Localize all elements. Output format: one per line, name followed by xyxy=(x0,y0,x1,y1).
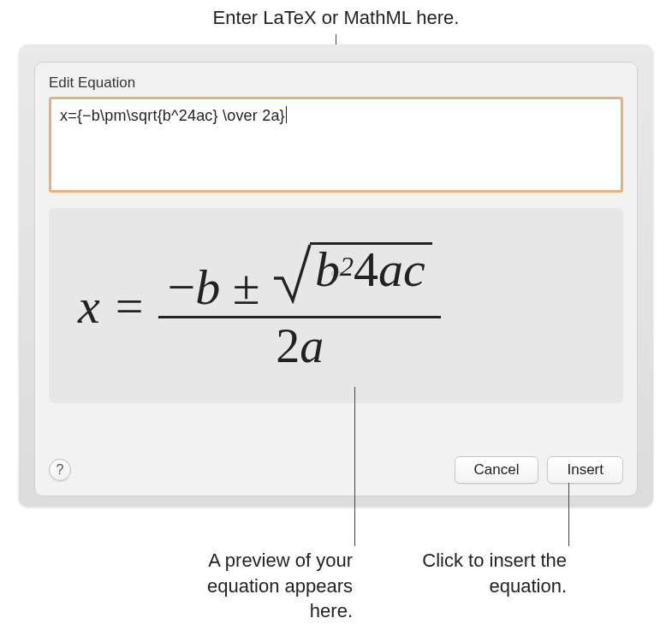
eq-sqrt: b24ac xyxy=(272,242,432,304)
callout-top: Enter LaTeX or MathML here. xyxy=(0,7,672,29)
eq-minus: − xyxy=(167,259,195,315)
dialog-window: Edit Equation x={−b\pm\sqrt{b^24ac} \ove… xyxy=(19,45,653,507)
eq-radicand: b24ac xyxy=(310,242,432,296)
eq-lhs: x xyxy=(78,277,100,335)
callout-line-bottom-left xyxy=(354,387,355,546)
eq-numerator: −b ± b24ac xyxy=(158,239,440,316)
dialog-title: Edit Equation xyxy=(49,74,623,92)
rendered-equation: x = −b ± b24ac xyxy=(78,239,441,373)
button-row: ? Cancel Insert xyxy=(49,456,623,484)
eq-dena: a xyxy=(300,319,324,372)
eq-denominator: 2a xyxy=(267,318,332,373)
eq-fraction: −b ± b24ac 2a xyxy=(158,239,440,373)
callout-line-bottom-right xyxy=(568,483,569,546)
eq-b: b xyxy=(195,259,220,315)
equation-input[interactable]: x={−b\pm\sqrt{b^24ac} \over 2a} xyxy=(49,97,623,193)
dialog-panel: Edit Equation x={−b\pm\sqrt{b^24ac} \ove… xyxy=(34,62,638,496)
text-cursor xyxy=(286,106,287,123)
eq-exp: 2 xyxy=(340,253,354,280)
equation-preview: x = −b ± b24ac xyxy=(49,208,623,403)
callout-bottom-right: Click to insert the equation. xyxy=(413,548,567,598)
radical-icon xyxy=(272,242,312,304)
insert-button[interactable]: Insert xyxy=(547,456,623,484)
eq-den2: 2 xyxy=(276,319,300,372)
equation-input-value: x={−b\pm\sqrt{b^24ac} \over 2a} xyxy=(60,107,285,124)
eq-4: 4 xyxy=(354,245,378,294)
eq-b2: b xyxy=(315,245,340,294)
eq-c: c xyxy=(403,245,425,294)
help-button[interactable]: ? xyxy=(49,459,71,481)
eq-a: a xyxy=(378,245,403,294)
eq-equals: = xyxy=(116,277,144,335)
eq-plusminus: ± xyxy=(233,259,260,315)
callout-bottom-left: A preview of your equation appears here. xyxy=(199,548,353,624)
cancel-button[interactable]: Cancel xyxy=(455,456,539,484)
